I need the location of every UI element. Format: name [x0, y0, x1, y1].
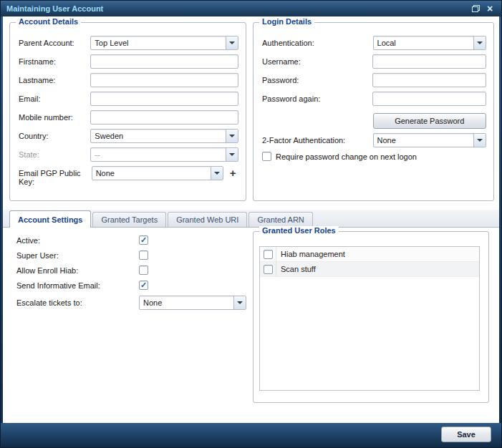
dropdown-trigger[interactable] — [211, 167, 223, 180]
tab-granted-targets[interactable]: Granted Targets — [92, 212, 166, 227]
send-informative-email-label: Send Informative Email: — [16, 281, 139, 290]
tab-label: Granted ARN — [257, 215, 304, 224]
require-change-row: Require password change on next logon — [262, 152, 486, 161]
tab-granted-web-uri[interactable]: Granted Web URI — [168, 212, 247, 227]
tab-label: Account Settings — [18, 215, 82, 224]
send-informative-email-checkbox[interactable] — [139, 281, 148, 290]
spacer — [262, 113, 373, 116]
allow-enroll-hiab-row: Allow Enroll Hiab: — [16, 266, 253, 275]
pgp-key-row: Email PGP Public Key: None + — [19, 166, 238, 186]
super-user-label: Super User: — [16, 250, 139, 260]
password-input[interactable] — [372, 73, 486, 87]
save-button[interactable]: Save — [441, 427, 491, 442]
mobile-number-label: Mobile number: — [19, 110, 90, 122]
tab-label: Granted Web URI — [176, 215, 238, 224]
dialog-body: Account Details Parent Account: Top Leve… — [3, 16, 499, 423]
email-label: Email: — [19, 92, 90, 103]
authentication-select[interactable]: Local — [373, 36, 486, 50]
escalate-tickets-label: Escalate tickets to: — [16, 296, 139, 307]
password-again-input[interactable] — [372, 92, 486, 106]
require-password-change-label: Require password change on next logon — [276, 152, 417, 161]
firstname-input[interactable] — [90, 54, 238, 69]
dialog-footer: Save — [1, 423, 501, 447]
parent-account-row: Parent Account: Top Level — [19, 36, 238, 50]
dropdown-trigger[interactable] — [473, 36, 486, 49]
role-checkbox-cell — [260, 262, 276, 276]
account-details-legend: Account Details — [16, 17, 81, 26]
generate-password-button[interactable]: Generate Password — [373, 113, 486, 129]
dropdown-trigger[interactable] — [233, 296, 246, 309]
dropdown-trigger[interactable] — [473, 134, 486, 147]
restore-button[interactable] — [470, 4, 481, 14]
role-scan-stuff-checkbox[interactable] — [264, 265, 273, 274]
parent-account-label: Parent Account: — [19, 36, 90, 47]
authentication-value: Local — [374, 39, 473, 47]
granted-user-roles-list[interactable]: Hiab management Scan stuff — [259, 246, 480, 391]
lastname-row: Lastname: — [19, 73, 238, 87]
parent-account-value: Top Level — [91, 39, 226, 47]
password-row: Password: — [262, 73, 486, 87]
pgp-key-select[interactable]: None — [92, 166, 223, 180]
send-informative-email-row: Send Informative Email: — [16, 281, 253, 290]
active-checkbox[interactable] — [139, 235, 148, 245]
active-label: Active: — [16, 235, 139, 245]
password-again-row: Password again: — [262, 92, 486, 106]
close-button[interactable]: × — [484, 4, 496, 14]
username-row: Username: — [262, 54, 486, 69]
chevron-down-icon — [229, 153, 235, 156]
firstname-row: Firstname: — [19, 54, 238, 69]
allow-enroll-hiab-checkbox[interactable] — [139, 266, 148, 275]
mobile-row: Mobile number: — [19, 110, 238, 125]
chevron-down-icon — [229, 135, 235, 137]
tabstrip: Account Settings Granted Targets Granted… — [3, 210, 499, 228]
role-list-item[interactable]: Scan stuff — [260, 262, 479, 277]
country-row: Country: Sweden — [19, 129, 238, 143]
twofactor-label: 2-Factor Authentication: — [262, 133, 373, 145]
require-password-change-checkbox[interactable] — [262, 152, 271, 161]
account-details-fieldset: Account Details Parent Account: Top Leve… — [9, 22, 246, 201]
parent-account-select[interactable]: Top Level — [90, 36, 238, 50]
granted-user-roles-fieldset: Granted User Roles Hiab management Scan … — [253, 231, 489, 403]
lastname-label: Lastname: — [19, 73, 90, 84]
mobile-number-input[interactable] — [90, 110, 238, 125]
role-checkbox-cell — [260, 247, 276, 261]
username-input[interactable] — [372, 54, 486, 69]
tab-account-settings[interactable]: Account Settings — [9, 210, 91, 228]
active-row: Active: — [16, 235, 253, 245]
super-user-checkbox[interactable] — [139, 250, 148, 260]
twofactor-select[interactable]: None — [373, 133, 486, 147]
password-again-label: Password again: — [262, 92, 372, 103]
role-label: Hiab management — [276, 250, 345, 258]
dropdown-trigger[interactable] — [226, 36, 238, 49]
country-select[interactable]: Sweden — [90, 129, 238, 143]
state-select: -- — [90, 147, 238, 162]
twofactor-row: 2-Factor Authentication: None — [262, 133, 486, 147]
dropdown-trigger[interactable] — [226, 130, 238, 142]
login-details-fieldset: Login Details Authentication: Local User… — [253, 22, 494, 201]
role-list-item[interactable]: Hiab management — [260, 247, 479, 262]
dropdown-trigger — [226, 148, 238, 161]
titlebar[interactable]: Maintaining User Account × — [1, 1, 501, 16]
state-row: State: -- — [19, 147, 238, 162]
tab-label: Granted Targets — [101, 215, 158, 224]
pgp-key-value: None — [92, 169, 211, 177]
email-row: Email: — [19, 92, 238, 106]
role-hiab-management-checkbox[interactable] — [264, 250, 273, 259]
tab-granted-arn[interactable]: Granted ARN — [248, 212, 312, 227]
escalate-tickets-select[interactable]: None — [139, 296, 246, 310]
restore-icon — [472, 5, 480, 12]
email-input[interactable] — [90, 92, 238, 106]
add-pgp-key-button[interactable]: + — [227, 166, 238, 180]
dialog-maintaining-user-account: Maintaining User Account × Account Detai… — [0, 0, 502, 448]
close-icon: × — [487, 4, 493, 14]
country-value: Sweden — [91, 132, 226, 140]
role-label: Scan stuff — [276, 265, 316, 273]
state-value: -- — [91, 150, 226, 159]
password-label: Password: — [262, 73, 372, 84]
username-label: Username: — [262, 54, 372, 66]
super-user-row: Super User: — [16, 250, 253, 260]
escalate-tickets-value: None — [140, 298, 233, 307]
login-details-body: Authentication: Local Username: Password… — [262, 36, 486, 196]
account-details-body: Parent Account: Top Level Firstname: Las… — [19, 36, 238, 196]
lastname-input[interactable] — [90, 73, 238, 87]
